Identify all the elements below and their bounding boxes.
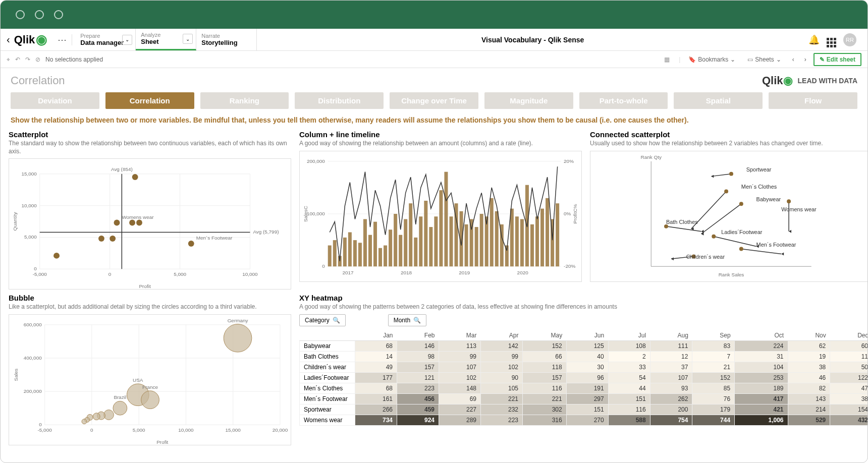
back-button[interactable]: ‹ (7, 34, 10, 45)
svg-rect-48 (363, 219, 367, 266)
svg-text:5,000: 5,000 (133, 427, 145, 433)
svg-text:10,000: 10,000 (178, 427, 194, 433)
svg-text:Babywear: Babywear (756, 196, 781, 202)
month-filter-button[interactable]: Month 🔍 (388, 314, 426, 326)
tab-part-to-whole[interactable]: Part-to-whole (579, 92, 668, 109)
tab-correlation[interactable]: Correlation (105, 92, 194, 109)
svg-rect-83 (540, 208, 544, 266)
more-menu[interactable]: ⋯ (52, 34, 72, 45)
panel-subtitle: A good way of showing the patterns betwe… (299, 303, 868, 311)
tab-deviation[interactable]: Deviation (11, 92, 99, 109)
svg-text:Rank Sales: Rank Sales (719, 272, 744, 277)
window-control[interactable] (35, 10, 44, 19)
svg-line-112 (714, 236, 756, 246)
svg-marker-117 (781, 252, 784, 255)
chevron-down-icon[interactable]: ⌄ (122, 35, 132, 45)
category-filter-button[interactable]: Category 🔍 (299, 314, 346, 326)
tab-distribution[interactable]: Distribution (295, 92, 384, 109)
scatterplot-chart[interactable]: -5,00005,00010,00005,00010,00015,000Avg … (9, 158, 291, 290)
next-sheet-button[interactable]: › (801, 54, 809, 65)
svg-rect-64 (444, 171, 448, 266)
svg-text:Men´s Footwear: Men´s Footwear (196, 235, 233, 241)
svg-text:10,000: 10,000 (242, 271, 258, 277)
nav-narrate[interactable]: Narrate Storytelling (196, 29, 257, 50)
panel-title: Connected scatterplot (590, 130, 868, 139)
window-titlebar (1, 1, 867, 29)
svg-text:Profit: Profit (139, 283, 151, 289)
svg-point-26 (136, 220, 142, 226)
smart-search-icon[interactable]: ⌖ (7, 56, 10, 63)
panel-title: Bubble (9, 294, 291, 302)
svg-text:0: 0 (39, 422, 42, 427)
bubble-panel: Bubble Like a scatterplot, but adds addi… (9, 294, 291, 445)
window-control[interactable] (16, 10, 25, 19)
connected-scatter-chart[interactable]: Rank SalesRank QtySportwearMen´s Clothes… (590, 151, 868, 282)
svg-line-97 (711, 173, 731, 176)
nav-analyze[interactable]: Analyze Sheet ⌄ (136, 29, 196, 50)
bubble-chart[interactable]: -5,00005,00010,00015,00020,0000200,00040… (9, 314, 291, 445)
svg-point-113 (712, 234, 716, 238)
lead-with-data-logo: Qlik◉ LEAD WITH DATA (762, 74, 857, 87)
apps-icon[interactable] (827, 32, 836, 47)
nav-analyze-value: Sheet (141, 38, 160, 46)
search-icon: 🔍 (413, 317, 421, 324)
svg-rect-60 (424, 201, 427, 266)
svg-text:15,000: 15,000 (21, 171, 37, 177)
svg-text:20%: 20% (564, 158, 574, 163)
svg-rect-73 (490, 198, 494, 266)
tab-spatial[interactable]: Spatial (674, 92, 763, 109)
scatterplot-panel: Scatterplot The standard way to show the… (9, 130, 291, 290)
chevron-down-icon[interactable]: ⌄ (183, 34, 193, 44)
search-icon: 🔍 (333, 317, 340, 324)
svg-text:0: 0 (34, 266, 37, 271)
selections-tool-icon[interactable]: ▦ (664, 56, 670, 63)
svg-rect-41 (328, 245, 332, 266)
panel-subtitle: Usually used to show how the relationshi… (590, 140, 868, 148)
svg-point-20 (53, 253, 60, 259)
svg-rect-57 (409, 203, 412, 266)
selection-bar: ⌖ ↶ ↷ ⊘ No selections applied ▦ | 🔖 Book… (1, 51, 867, 68)
svg-rect-71 (480, 214, 483, 266)
svg-rect-59 (419, 216, 422, 266)
svg-text:Avg (5,799): Avg (5,799) (253, 229, 279, 235)
svg-rect-81 (530, 224, 534, 266)
svg-rect-45 (348, 232, 352, 266)
tab-ranking[interactable]: Ranking (200, 92, 289, 109)
svg-point-110 (664, 224, 668, 228)
avatar[interactable]: RR (843, 33, 856, 46)
svg-text:ProfitC%: ProfitC% (572, 204, 578, 223)
edit-sheet-button[interactable]: ✎ Edit sheet (813, 53, 861, 66)
bookmarks-button[interactable]: 🔖 Bookmarks ⌄ (684, 54, 739, 65)
nav-prepare[interactable]: Prepare Data manager ⌄ (75, 29, 136, 50)
panel-title: Column + line timeline (299, 130, 582, 139)
svg-rect-70 (475, 227, 478, 266)
clear-selections-icon[interactable]: ⊘ (35, 56, 40, 63)
svg-text:Men´s Footwear: Men´s Footwear (756, 241, 796, 247)
svg-rect-53 (389, 229, 392, 266)
sheets-button[interactable]: ▭ Sheets ⌄ (743, 54, 785, 65)
svg-rect-47 (358, 243, 362, 266)
svg-point-162 (82, 419, 87, 424)
column-line-panel: Column + line timeline A good way of sho… (299, 130, 582, 290)
selection-forward-icon[interactable]: ↷ (25, 56, 30, 63)
bell-icon[interactable]: 🔔 (808, 34, 820, 45)
sheet-title: Correlation (11, 74, 65, 87)
column-line-chart[interactable]: 0100,000200,000-20%0%20%2017201820192020… (299, 151, 582, 282)
window-control[interactable] (54, 10, 63, 19)
tab-flow[interactable]: Flow (769, 92, 857, 109)
prev-sheet-button[interactable]: ‹ (789, 54, 797, 65)
svg-rect-79 (520, 219, 524, 266)
svg-text:0: 0 (322, 263, 325, 269)
selection-back-icon[interactable]: ↶ (15, 56, 20, 63)
tab-change-over-time[interactable]: Change over Time (390, 92, 478, 109)
svg-text:Ladies´Footwear: Ladies´Footwear (721, 228, 763, 235)
svg-text:Avg (854): Avg (854) (111, 166, 133, 172)
svg-text:2019: 2019 (459, 270, 470, 275)
svg-text:2020: 2020 (517, 270, 529, 275)
panel-subtitle: The standard way to show the relationshi… (9, 140, 291, 155)
svg-rect-42 (333, 240, 337, 266)
tab-magnitude[interactable]: Magnitude (484, 92, 573, 109)
svg-rect-74 (495, 211, 499, 266)
svg-marker-99 (711, 175, 714, 178)
heatmap-table[interactable]: JanFebMarAprMayJunJulAugSepOctNovDecBaby… (299, 330, 868, 426)
